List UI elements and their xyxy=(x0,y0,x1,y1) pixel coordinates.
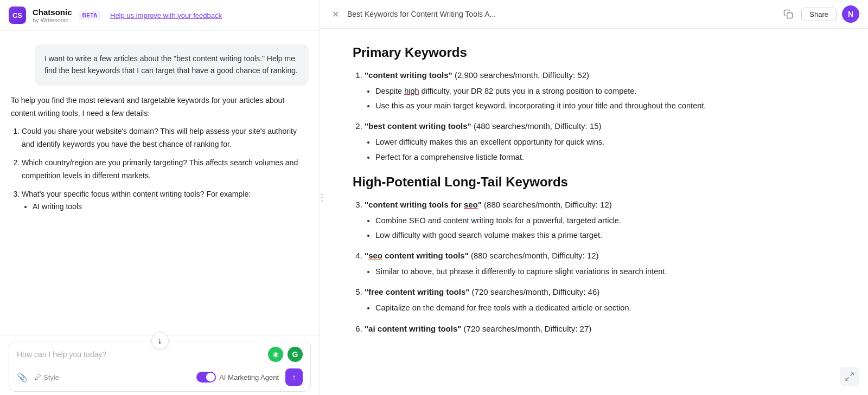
keyword-term-1: "content writing tools" xyxy=(365,70,452,80)
right-header: ✕ Best Keywords for Content Writing Tool… xyxy=(320,0,868,29)
tab-title: Best Keywords for Content Writing Tools … xyxy=(347,10,775,18)
ai-question-3: What's your specific focus within conten… xyxy=(22,188,309,214)
left-header: CS Chatsonic by Writesonic BETA Help us … xyxy=(0,0,320,31)
keyword-item-5: "free content writing tools" (720 search… xyxy=(365,286,835,314)
keyword-2-bullet-2: Perfect for a comprehensive listicle for… xyxy=(375,151,835,164)
feedback-link[interactable]: Help us improve with your feedback xyxy=(110,11,222,20)
ai-bullets-list: AI writing tools xyxy=(22,200,309,213)
copy-button[interactable] xyxy=(781,7,796,22)
beta-badge: BETA xyxy=(79,11,101,20)
keyword-term-2: "best content writing tools" xyxy=(365,121,471,131)
divider-dot xyxy=(321,200,323,202)
style-icon: 🖊 xyxy=(34,373,41,381)
keyword-item-4: "seo content writing tools" (880 searche… xyxy=(365,249,835,278)
longtail-keywords-title: High-Potential Long-Tail Keywords xyxy=(353,174,835,190)
resize-handle[interactable] xyxy=(320,187,324,209)
keyword-4-bullet-1: Similar to above, but phrase it differen… xyxy=(375,266,835,278)
svg-line-1 xyxy=(851,373,853,375)
expand-button[interactable] xyxy=(840,367,859,386)
keyword-1-bullet-1: Despite high difficulty, your DR 82 puts… xyxy=(375,85,835,98)
svg-line-2 xyxy=(846,378,848,380)
keyword-meta-3: (880 searches/month, Difficulty: 12) xyxy=(484,200,612,209)
ai-response: To help you find the most relevant and t… xyxy=(11,94,309,219)
left-panel: CS Chatsonic by Writesonic BETA Help us … xyxy=(0,0,320,395)
keyword-meta-2: (480 searches/month, Difficulty: 15) xyxy=(474,121,602,131)
agent-toggle-wrap: AI Marketing Agent xyxy=(196,372,279,383)
keyword-term-3: "content writing tools for seo" xyxy=(365,200,482,209)
ai-question-1: Could you share your website's domain? T… xyxy=(22,125,309,151)
primary-keywords-list: "content writing tools" (2,900 searches/… xyxy=(353,69,835,164)
keyword-meta-6: (720 searches/month, Difficulty: 27) xyxy=(464,324,592,333)
right-content: Primary Keywords "content writing tools"… xyxy=(320,29,868,395)
keyword-2-bullets: Lower difficulty makes this an excellent… xyxy=(365,136,835,163)
keyword-1-bullets: Despite high difficulty, your DR 82 puts… xyxy=(365,85,835,112)
input-toolbar: 📎 🖊 Style AI Marketing Agent ↑ xyxy=(17,366,303,386)
send-icon: ↑ xyxy=(292,373,296,381)
close-button[interactable]: ✕ xyxy=(329,8,342,21)
right-panel: ✕ Best Keywords for Content Writing Tool… xyxy=(320,0,868,395)
circle-icon: ◉ xyxy=(273,351,278,358)
ai-bullet-1: AI writing tools xyxy=(33,200,309,213)
keyword-2-bullet-1: Lower difficulty makes this an excellent… xyxy=(375,136,835,148)
keyword-item-3: "content writing tools for seo" (880 sea… xyxy=(365,198,835,242)
divider-dot xyxy=(321,197,323,198)
keyword-3-bullets: Combine SEO and content writing tools fo… xyxy=(365,215,835,242)
ai-intro: To help you find the most relevant and t… xyxy=(11,94,309,120)
keyword-item-1: "content writing tools" (2,900 searches/… xyxy=(365,69,835,112)
green-g-icon[interactable]: G xyxy=(288,347,303,362)
input-placeholder[interactable]: How can I help you today? xyxy=(17,350,268,359)
attachment-icon[interactable]: 📎 xyxy=(17,372,28,383)
keyword-1-bullet-2: Use this as your main target keyword, in… xyxy=(375,100,835,112)
keyword-3-bullet-1: Combine SEO and content writing tools fo… xyxy=(375,215,835,227)
send-button[interactable]: ↑ xyxy=(285,368,303,386)
svg-rect-0 xyxy=(787,13,793,18)
chat-area: I want to write a few articles about the… xyxy=(0,31,320,335)
keyword-term-5: "free content writing tools" xyxy=(365,287,469,296)
logo-icon: CS xyxy=(9,7,26,24)
keyword-term-6: "ai content writing tools" xyxy=(365,324,461,333)
app-sub: by Writesonic xyxy=(33,17,72,23)
avatar[interactable]: N xyxy=(842,5,859,23)
keyword-meta-5: (720 searches/month, Difficulty: 46) xyxy=(472,287,600,296)
ai-question-2: Which country/region are you primarily t… xyxy=(22,157,309,183)
keyword-meta-4: (880 searches/month, Difficulty: 12) xyxy=(471,251,599,260)
agent-toggle[interactable] xyxy=(196,372,216,383)
chevron-down-icon: ↓ xyxy=(158,336,162,346)
green-circle-icon[interactable]: ◉ xyxy=(268,347,283,362)
primary-keywords-title: Primary Keywords xyxy=(353,45,835,60)
agent-toggle-label: AI Marketing Agent xyxy=(219,373,279,381)
highlight-high: high xyxy=(404,87,419,95)
keyword-item-2: "best content writing tools" (480 search… xyxy=(365,120,835,163)
ai-questions-list: Could you share your website's domain? T… xyxy=(11,125,309,213)
keyword-meta-1: (2,900 searches/month, Difficulty: 52) xyxy=(455,70,589,80)
keyword-5-bullet-1: Capitalize on the demand for free tools … xyxy=(375,302,835,314)
user-message: I want to write a few articles about the… xyxy=(35,44,309,86)
input-icons: ◉ G xyxy=(268,347,303,362)
scroll-down-button[interactable]: ↓ xyxy=(151,332,169,349)
keyword-4-bullets: Similar to above, but phrase it differen… xyxy=(365,266,835,278)
longtail-keywords-list: "content writing tools for seo" (880 sea… xyxy=(353,198,835,335)
keyword-5-bullets: Capitalize on the demand for free tools … xyxy=(365,302,835,314)
app-name: Chatsonic xyxy=(33,8,72,17)
keyword-3-bullet-2: Low difficulty with good search volume m… xyxy=(375,229,835,242)
share-button[interactable]: Share xyxy=(801,8,837,21)
keyword-term-4: "seo content writing tools" xyxy=(365,251,469,260)
keyword-item-6: "ai content writing tools" (720 searches… xyxy=(365,322,835,335)
logo-text: Chatsonic by Writesonic xyxy=(33,8,72,23)
style-button[interactable]: 🖊 Style xyxy=(34,373,59,381)
divider-dot xyxy=(321,193,323,195)
